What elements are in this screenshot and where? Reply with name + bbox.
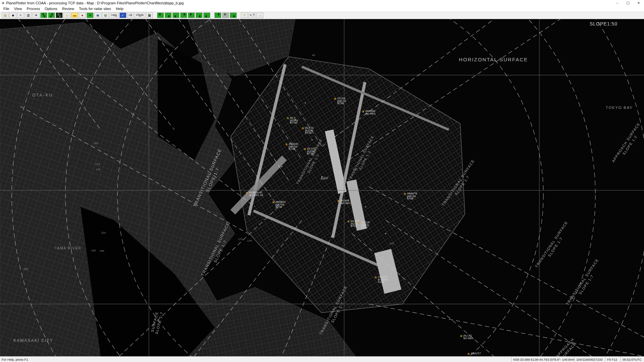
minimize-button[interactable]: – <box>612 0 623 6</box>
aircraft-target[interactable]: ✈JAL118JA881JB763 <box>358 221 370 229</box>
toolbar-separator <box>211 15 214 15</box>
aircraft-icon: ✈ <box>245 191 249 195</box>
smiley-button[interactable]: ☺ <box>63 12 70 18</box>
status-function-keys: F9 F12 <box>605 357 621 362</box>
table-button[interactable]: ▦ <box>146 12 153 18</box>
spot-elevation: 172 <box>238 238 243 241</box>
record-button[interactable]: ● <box>79 12 86 18</box>
map-label: HORIZONTAL SURFACE <box>459 57 528 62</box>
aircraft-target[interactable]: ✈ANA441JA805AB738 <box>285 143 299 150</box>
aircraft-target[interactable]: ✈ANA257 <box>467 352 481 355</box>
map-view-button[interactable]: ▚ <box>40 12 47 18</box>
surface-label: TRANSITIONAL SURFACESLOPE 1:7 <box>441 159 480 210</box>
aircraft-target[interactable]: ✈JAL121NO-REG <box>460 335 474 340</box>
smiley-icon: ☺ <box>65 14 68 17</box>
hold-icon: ▬ <box>73 14 76 17</box>
maximize-button[interactable]: □ <box>623 0 633 6</box>
aircraft-target[interactable]: ✈JAL165JA336JB738 <box>304 147 316 155</box>
mlat-button[interactable]: ◉ <box>94 12 101 18</box>
window-title: PlanePlotter from COAA - processing TCP … <box>6 1 184 5</box>
aircraft-target[interactable]: ✈ANA864JA879AB738 <box>272 201 286 208</box>
spot-elevation: 214 <box>101 231 106 234</box>
menu-process[interactable]: Process <box>24 6 42 11</box>
share-8-button[interactable]: ▝ <box>214 12 221 18</box>
aircraft-icon: ✈ <box>336 199 340 203</box>
aircraft-target[interactable]: ✈ANA566NO-REG <box>362 110 376 115</box>
share-6-icon: ▗ <box>198 14 201 17</box>
menu-tools-for-radar-sites[interactable]: Tools for radar sites <box>76 6 113 11</box>
share-6-button[interactable]: ▗ <box>196 12 203 18</box>
aircraft-icon: ✈ <box>374 275 378 279</box>
surface-label: TRANSITIONAL SURFACESLOPE 1:7 <box>565 258 604 309</box>
altitude-button[interactable]: Alt <box>127 12 134 18</box>
map-canvas[interactable]: SLOPE1:50HORIZONTAL SURFACETOKYO BAYOTA-… <box>0 19 644 356</box>
share-4-icon: ▝ <box>182 14 185 17</box>
aircraft-label: JAL610JA329JB738 <box>305 127 314 134</box>
stop-icon: ■ <box>12 14 14 17</box>
globe-button[interactable]: ◍ <box>102 12 109 18</box>
map-label: OTA-KU <box>32 93 53 98</box>
share-2-button[interactable]: ▗ <box>165 12 172 18</box>
surface-label: TRANSITIONAL SURFACESLOPE 1:2 <box>347 135 379 184</box>
replay-button[interactable]: ✈ <box>87 12 94 18</box>
share-7-icon: ▖ <box>206 14 208 17</box>
share-1-icon: ▘ <box>159 14 162 17</box>
aircraft-icon: ✈ <box>467 352 471 356</box>
chart-view-icon: ▞ <box>50 14 53 17</box>
spectrum-button[interactable]: ▥ <box>25 12 32 18</box>
aircraft-target[interactable]: ✈CAL221B-18301A333 <box>374 276 388 284</box>
share-9-button[interactable]: ▘ <box>222 12 229 18</box>
share-2-icon: ▗ <box>167 14 170 17</box>
share-8-icon: ▝ <box>217 14 219 17</box>
hold-button[interactable]: ▬ <box>71 12 78 18</box>
menu-options[interactable]: Options <box>42 6 60 11</box>
share-1-button[interactable]: ▘ <box>157 12 164 18</box>
aircraft-label: JAL908NO-REG <box>340 199 351 204</box>
aircraft-icon: ✈ <box>284 142 288 146</box>
aircraft-target[interactable]: ✈ANA678JA819AB788 <box>404 192 417 200</box>
select-button[interactable]: ✓ <box>119 12 126 18</box>
share-7-button[interactable]: ▖ <box>203 12 210 18</box>
spot-elevation: 230 <box>100 249 104 252</box>
share-10-button[interactable]: ▗ <box>230 12 237 18</box>
night-view-button[interactable]: ▚ <box>56 12 63 18</box>
aircraft-target[interactable]: ✈52U16JA811XB738 <box>334 97 346 105</box>
menu-view[interactable]: View <box>12 6 24 11</box>
stop-button[interactable]: ■ <box>9 12 16 18</box>
aircraft-target[interactable]: ✈JAL908NO-REG <box>337 199 351 204</box>
tip-button[interactable]: ☉ <box>241 12 248 18</box>
flight-button[interactable]: Flight <box>135 12 145 18</box>
share-3-button[interactable]: ▖ <box>172 12 179 18</box>
chart-view-button[interactable]: ▞ <box>48 12 55 18</box>
heading-button[interactable]: Hdg <box>110 12 119 18</box>
menu-file[interactable]: File <box>1 6 12 11</box>
context-help-button[interactable]: ↖? <box>249 12 256 18</box>
expand-button[interactable]: → <box>256 12 263 18</box>
map-overlay: SLOPE1:50HORIZONTAL SURFACETOKYO BAYOTA-… <box>0 19 644 356</box>
aircraft-target[interactable]: ✈HVN/JAL45NO-REG 0X <box>246 191 263 196</box>
signal-button[interactable]: ≈ <box>17 12 24 18</box>
aircraft-target[interactable]: ✈JAL3JA740JB77W <box>286 117 298 124</box>
surface-label: TRANSITIONAL SURFACESLOPE 1:7 <box>534 220 573 272</box>
menu-help[interactable]: Help <box>113 6 126 11</box>
heading-icon: Hdg <box>111 14 117 17</box>
open-file-button[interactable]: ▤ <box>2 12 9 18</box>
window-controls: – □ × <box>612 0 644 6</box>
menu-review[interactable]: Review <box>60 6 76 11</box>
aircraft-target[interactable]: ✈JAL610JA329JB738 <box>302 127 314 134</box>
aircraft-list-button[interactable]: ✈ <box>33 12 40 18</box>
spot-elevation: 173 <box>95 163 100 166</box>
spot-elevation: 43 <box>312 54 315 57</box>
close-button[interactable]: × <box>633 0 644 6</box>
share-5-icon: ▘ <box>190 14 193 17</box>
share-4-button[interactable]: ▝ <box>180 12 187 18</box>
share-9-icon: ▘ <box>224 14 227 17</box>
aircraft-label: JAL165JA336JB738 <box>307 147 316 155</box>
replay-icon: ✈ <box>89 14 91 17</box>
surface-label: TRANSITIONAL SURFACESLOPE 1:7 <box>192 148 228 210</box>
aircraft-label: ANA864JA879AB738 <box>275 201 285 208</box>
surface-label: APPROACHSURFACE <box>555 337 579 356</box>
map-label: SLOPE1:50 <box>590 21 618 26</box>
toolbar-separator <box>154 15 156 15</box>
share-5-button[interactable]: ▘ <box>188 12 195 18</box>
